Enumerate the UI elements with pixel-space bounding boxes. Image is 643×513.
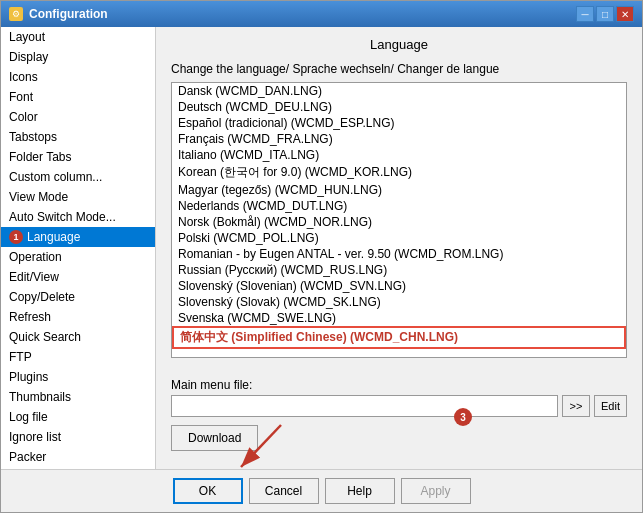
sidebar-item-color[interactable]: Color (1, 107, 155, 127)
sidebar-label-log-file: Log file (9, 410, 48, 424)
change-language-label: Change the language/ Sprache wechseln/ C… (171, 62, 627, 76)
window-title: Configuration (29, 7, 108, 21)
arrow-button[interactable]: >> (562, 395, 590, 417)
language-item-14[interactable]: Svenska (WCMD_SWE.LNG) (172, 310, 626, 326)
configuration-window: ⚙ Configuration ─ □ ✕ LayoutDisplayIcons… (0, 0, 643, 513)
sidebar-item-custom-columns[interactable]: Custom column... (1, 167, 155, 187)
sidebar-item-copy-delete[interactable]: Copy/Delete (1, 287, 155, 307)
sidebar-label-operation: Operation (9, 250, 62, 264)
menu-file-input[interactable] (171, 395, 558, 417)
sidebar-item-ftp[interactable]: FTP (1, 347, 155, 367)
sidebar-label-display: Display (9, 50, 48, 64)
sidebar-item-auto-switch-mode[interactable]: Auto Switch Mode... (1, 207, 155, 227)
language-item-12[interactable]: Slovenský (Slovenian) (WCMD_SVN.LNG) (172, 278, 626, 294)
menu-file-row: >> Edit (171, 395, 627, 417)
sidebar-item-icons[interactable]: Icons (1, 67, 155, 87)
sidebar-label-thumbnails: Thumbnails (9, 390, 71, 404)
language-item-7[interactable]: Nederlands (WCMD_DUT.LNG) (172, 198, 626, 214)
sidebar-item-ignore-list[interactable]: Ignore list (1, 427, 155, 447)
language-item-15[interactable]: 简体中文 (Simplified Chinese) (WCMD_CHN.LNG) (172, 326, 626, 349)
sidebar-item-plugins[interactable]: Plugins (1, 367, 155, 387)
maximize-button[interactable]: □ (596, 6, 614, 22)
sidebar-item-thumbnails[interactable]: Thumbnails (1, 387, 155, 407)
cancel-button[interactable]: Cancel (249, 478, 319, 504)
menu-file-label: Main menu file: (171, 378, 627, 392)
window-icon: ⚙ (9, 7, 23, 21)
sidebar-label-custom-columns: Custom column... (9, 170, 102, 184)
sidebar-item-language[interactable]: 1Language (1, 227, 155, 247)
sidebar-label-plugins: Plugins (9, 370, 48, 384)
sidebar-label-font: Font (9, 90, 33, 104)
language-list[interactable]: Dansk (WCMD_DAN.LNG)Deutsch (WCMD_DEU.LN… (171, 82, 627, 358)
sidebar-label-quick-search: Quick Search (9, 330, 81, 344)
sidebar-label-tabstops: Tabstops (9, 130, 57, 144)
sidebar-item-quick-search[interactable]: Quick Search (1, 327, 155, 347)
sidebar-label-language: Language (27, 230, 80, 244)
sidebar-label-folder-tabs: Folder Tabs (9, 150, 71, 164)
sidebar-label-view-mode: View Mode (9, 190, 68, 204)
title-controls: ─ □ ✕ (576, 6, 634, 22)
language-item-3[interactable]: Français (WCMD_FRA.LNG) (172, 131, 626, 147)
help-button[interactable]: Help (325, 478, 395, 504)
title-bar: ⚙ Configuration ─ □ ✕ (1, 1, 642, 27)
sidebar-label-ignore-list: Ignore list (9, 430, 61, 444)
sidebar-label-edit-view: Edit/View (9, 270, 59, 284)
edit-button[interactable]: Edit (594, 395, 627, 417)
language-item-4[interactable]: Italiano (WCMD_ITA.LNG) (172, 147, 626, 163)
apply-button[interactable]: Apply (401, 478, 471, 504)
sidebar-item-display[interactable]: Display (1, 47, 155, 67)
download-button[interactable]: Download (171, 425, 258, 451)
sidebar: LayoutDisplayIconsFontColorTabstopsFolde… (1, 27, 156, 469)
sidebar-item-tabstops[interactable]: Tabstops (1, 127, 155, 147)
minimize-button[interactable]: ─ (576, 6, 594, 22)
language-item-6[interactable]: Magyar (tegezős) (WCMD_HUN.LNG) (172, 182, 626, 198)
language-item-8[interactable]: Norsk (Bokmål) (WCMD_NOR.LNG) (172, 214, 626, 230)
sidebar-label-icons: Icons (9, 70, 38, 84)
sidebar-label-ftp: FTP (9, 350, 32, 364)
language-item-2[interactable]: Español (tradicional) (WCMD_ESP.LNG) (172, 115, 626, 131)
sidebar-label-auto-switch-mode: Auto Switch Mode... (9, 210, 116, 224)
sidebar-item-font[interactable]: Font (1, 87, 155, 107)
language-item-0[interactable]: Dansk (WCMD_DAN.LNG) (172, 83, 626, 99)
language-item-5[interactable]: Korean (한국어 for 9.0) (WCMD_KOR.LNG) (172, 163, 626, 182)
content-area: LayoutDisplayIconsFontColorTabstopsFolde… (1, 27, 642, 469)
language-item-13[interactable]: Slovenský (Slovak) (WCMD_SK.LNG) (172, 294, 626, 310)
main-panel: Language Change the language/ Sprache we… (156, 27, 642, 469)
language-item-10[interactable]: Romanian - by Eugen ANTAL - ver. 9.50 (W… (172, 246, 626, 262)
sidebar-label-layout: Layout (9, 30, 45, 44)
sidebar-label-packer: Packer (9, 450, 46, 464)
language-list-container: Dansk (WCMD_DAN.LNG)Deutsch (WCMD_DEU.LN… (171, 82, 627, 368)
sidebar-item-packer[interactable]: Packer (1, 447, 155, 467)
sidebar-item-edit-view[interactable]: Edit/View (1, 267, 155, 287)
language-item-11[interactable]: Russian (Русский) (WCMD_RUS.LNG) (172, 262, 626, 278)
title-bar-left: ⚙ Configuration (9, 7, 108, 21)
panel-title: Language (171, 37, 627, 52)
sidebar-item-refresh[interactable]: Refresh (1, 307, 155, 327)
language-item-9[interactable]: Polski (WCMD_POL.LNG) (172, 230, 626, 246)
sidebar-item-operation[interactable]: Operation (1, 247, 155, 267)
sidebar-item-view-mode[interactable]: View Mode (1, 187, 155, 207)
sidebar-item-folder-tabs[interactable]: Folder Tabs (1, 147, 155, 167)
ok-button[interactable]: OK (173, 478, 243, 504)
bottom-bar: 3 OK Cancel Help Apply (1, 469, 642, 512)
sidebar-label-copy-delete: Copy/Delete (9, 290, 75, 304)
sidebar-item-layout[interactable]: Layout (1, 27, 155, 47)
sidebar-label-refresh: Refresh (9, 310, 51, 324)
sidebar-item-log-file[interactable]: Log file (1, 407, 155, 427)
sidebar-badge-language: 1 (9, 230, 23, 244)
badge-3: 3 (454, 408, 472, 426)
sidebar-label-color: Color (9, 110, 38, 124)
language-item-1[interactable]: Deutsch (WCMD_DEU.LNG) (172, 99, 626, 115)
close-button[interactable]: ✕ (616, 6, 634, 22)
